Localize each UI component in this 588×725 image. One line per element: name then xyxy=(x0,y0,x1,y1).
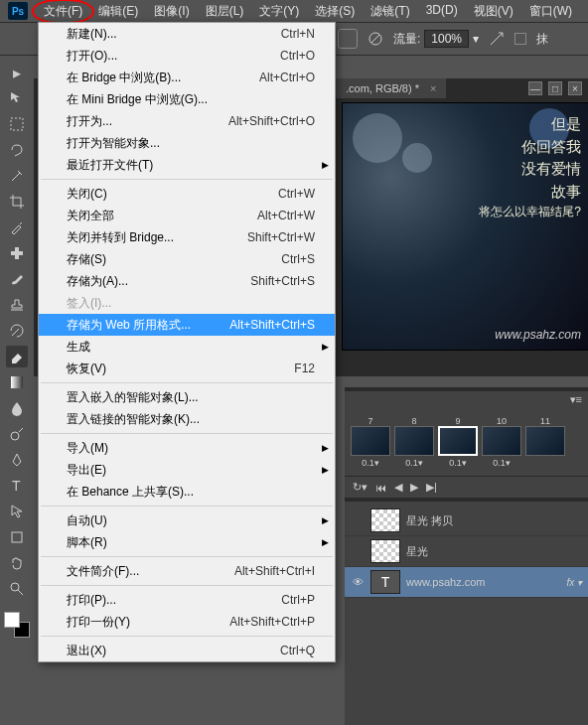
panel-menu-icon[interactable]: ▾≡ xyxy=(570,393,582,405)
menu-entry: 签入(I)... xyxy=(39,292,335,314)
brush-tool[interactable] xyxy=(6,268,28,290)
airbrush-icon[interactable] xyxy=(368,31,383,47)
pen-tool[interactable] xyxy=(6,449,28,471)
maximize-button[interactable]: □ xyxy=(548,81,562,95)
menu-item[interactable]: 编辑(E) xyxy=(90,1,146,22)
layer-row[interactable]: 星光 拷贝 xyxy=(345,506,588,536)
menu-entry[interactable]: 导入(M) xyxy=(39,437,335,459)
menu-entry[interactable]: 新建(N)...Ctrl+N xyxy=(39,23,335,45)
tablet-pressure-icon[interactable] xyxy=(489,31,505,47)
menu-entry[interactable]: 恢复(V)F12 xyxy=(39,358,335,379)
close-tab-icon[interactable]: × xyxy=(430,82,436,94)
menu-entry[interactable]: 打印(P)...Ctrl+P xyxy=(39,589,335,611)
lasso-tool[interactable] xyxy=(6,139,28,161)
file-menu-dropdown: 新建(N)...Ctrl+N打开(O)...Ctrl+O在 Bridge 中浏览… xyxy=(38,22,336,662)
blur-tool[interactable] xyxy=(6,397,28,419)
menu-entry[interactable]: 存储(S)Ctrl+S xyxy=(39,248,335,270)
menu-entry[interactable]: 最近打开文件(T) xyxy=(39,154,335,176)
svg-rect-4 xyxy=(11,376,23,388)
shape-tool[interactable] xyxy=(6,526,28,548)
menu-entry[interactable]: 存储为(A)...Shift+Ctrl+S xyxy=(39,270,335,292)
zoom-tool[interactable] xyxy=(6,578,28,600)
menu-entry[interactable]: 打开为...Alt+Shift+Ctrl+O xyxy=(39,110,335,132)
move-tool[interactable] xyxy=(6,87,28,109)
menu-entry[interactable]: 打开为智能对象... xyxy=(39,132,335,154)
next-frame-button[interactable]: ▶| xyxy=(426,481,437,494)
wand-tool[interactable] xyxy=(6,165,28,187)
first-frame-button[interactable]: ⏮ xyxy=(375,482,386,494)
layer-thumb xyxy=(370,539,400,563)
menu-item[interactable]: 文字(Y) xyxy=(251,1,307,22)
path-select-tool[interactable] xyxy=(6,501,28,522)
history-checkbox[interactable] xyxy=(514,33,526,45)
menu-item[interactable]: 滤镜(T) xyxy=(363,1,417,22)
menu-item[interactable]: 3D(D) xyxy=(418,1,466,22)
play-button[interactable]: ▶ xyxy=(410,481,418,494)
prev-frame-button[interactable]: ◀ xyxy=(394,481,402,494)
menu-entry[interactable]: 置入嵌入的智能对象(L)... xyxy=(39,386,335,408)
gradient-tool[interactable] xyxy=(6,371,28,393)
menu-entry[interactable]: 自动(U) xyxy=(39,509,335,531)
menu-separator xyxy=(41,179,333,180)
brush-preview[interactable] xyxy=(338,29,358,49)
canvas[interactable]: 但是 你回答我 没有爱情 故事 将怎么以幸福结尾? www.psahz.com xyxy=(342,102,588,351)
history-brush-tool[interactable] xyxy=(6,320,28,342)
minimize-button[interactable]: — xyxy=(528,81,542,95)
menu-entry[interactable]: 打印一份(Y)Alt+Shift+Ctrl+P xyxy=(39,611,335,633)
menu-item[interactable]: 图像(I) xyxy=(146,1,197,22)
visibility-toggle[interactable]: 👁 xyxy=(351,576,365,588)
hand-tool[interactable] xyxy=(6,552,28,574)
layer-row[interactable]: 星光 xyxy=(345,536,588,567)
timeline-frame[interactable]: 70.1▾ xyxy=(351,416,390,468)
menu-item[interactable]: 视图(V) xyxy=(466,1,521,22)
dodge-tool[interactable] xyxy=(6,423,28,445)
loop-button[interactable]: ↻▾ xyxy=(353,481,368,494)
flow-control[interactable]: 流量: 100% ▾ xyxy=(393,30,479,48)
menu-entry[interactable]: 生成 xyxy=(39,336,335,358)
eraser-tool[interactable] xyxy=(6,346,28,367)
menu-entry[interactable]: 关闭全部Alt+Ctrl+W xyxy=(39,205,335,226)
menu-entry[interactable]: 存储为 Web 所用格式...Alt+Shift+Ctrl+S xyxy=(39,314,335,336)
close-button[interactable]: × xyxy=(568,81,582,95)
eyedropper-tool[interactable] xyxy=(6,217,28,238)
menu-entry[interactable]: 在 Bridge 中浏览(B)...Alt+Ctrl+O xyxy=(39,67,335,88)
heal-tool[interactable] xyxy=(6,242,28,264)
menu-entry[interactable]: 文件简介(F)...Alt+Shift+Ctrl+I xyxy=(39,560,335,582)
menu-entry[interactable]: 置入链接的智能对象(K)... xyxy=(39,408,335,430)
timeline-frame[interactable]: 90.1▾ xyxy=(438,416,478,468)
menu-separator xyxy=(41,382,333,383)
menu-entry[interactable]: 打开(O)...Ctrl+O xyxy=(39,45,335,67)
layer-thumb xyxy=(370,508,400,532)
marquee-tool[interactable] xyxy=(6,113,28,135)
svg-rect-3 xyxy=(15,247,19,259)
menu-item[interactable]: 选择(S) xyxy=(307,1,363,22)
timeline-frame[interactable]: 11 xyxy=(525,416,565,468)
flow-value[interactable]: 100% xyxy=(424,30,469,48)
stamp-tool[interactable] xyxy=(6,294,28,316)
dropdown-icon[interactable]: ▾ xyxy=(473,32,479,46)
layer-fx-badge[interactable]: fx ▾ xyxy=(566,577,582,588)
type-tool[interactable]: T xyxy=(6,475,28,497)
svg-rect-7 xyxy=(12,532,22,542)
collapse-icon[interactable]: ▸ xyxy=(6,62,28,83)
color-swatches[interactable] xyxy=(4,612,30,638)
menu-item[interactable]: 窗口(W) xyxy=(521,1,580,22)
menu-entry[interactable]: 关闭并转到 Bridge...Shift+Ctrl+W xyxy=(39,226,335,248)
crop-tool[interactable] xyxy=(6,191,28,213)
menu-entry[interactable]: 在 Behance 上共享(S)... xyxy=(39,481,335,503)
timeline-frame[interactable]: 80.1▾ xyxy=(394,416,434,468)
menu-entry[interactable]: 脚本(R) xyxy=(39,531,335,553)
layer-row[interactable]: 👁Twww.psahz.comfx ▾ xyxy=(345,567,588,598)
menu-item[interactable]: 图层(L) xyxy=(198,1,252,22)
menu-item[interactable]: 文件(F) xyxy=(36,1,90,22)
menu-separator xyxy=(41,506,333,507)
panels-right: ▾≡ 70.1▾80.1▾90.1▾100.1▾11 ↻▾ ⏮ ◀ ▶ ▶| 星… xyxy=(345,387,588,725)
foreground-color[interactable] xyxy=(4,612,20,628)
timeline-controls: ↻▾ ⏮ ◀ ▶ ▶| xyxy=(345,476,588,498)
menu-entry[interactable]: 退出(X)Ctrl+Q xyxy=(39,640,335,661)
menu-entry[interactable]: 在 Mini Bridge 中浏览(G)... xyxy=(39,88,335,110)
document-tab[interactable]: .com, RGB/8) * × xyxy=(336,78,446,98)
menu-entry[interactable]: 导出(E) xyxy=(39,459,335,481)
menu-entry[interactable]: 关闭(C)Ctrl+W xyxy=(39,183,335,205)
timeline-frame[interactable]: 100.1▾ xyxy=(482,416,521,468)
